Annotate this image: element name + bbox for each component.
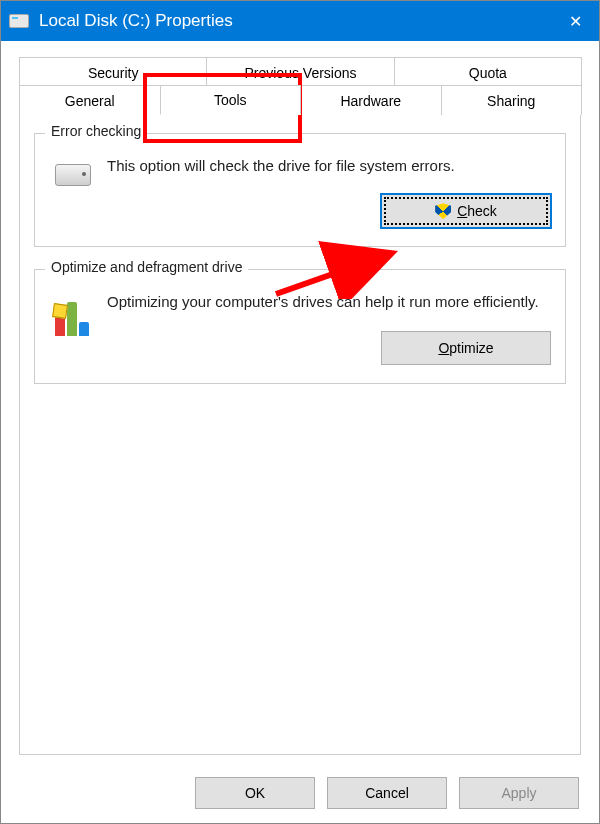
tab-tools[interactable]: Tools: [160, 85, 302, 115]
error-checking-group: Error checking This option will check th…: [34, 133, 566, 247]
optimize-text: Optimizing your computer's drives can he…: [107, 292, 551, 312]
ok-button[interactable]: OK: [195, 777, 315, 809]
optimize-button-label: Optimize: [438, 340, 493, 356]
close-button[interactable]: ✕: [551, 1, 599, 41]
tab-panel: Error checking This option will check th…: [19, 115, 581, 755]
check-button-label: Check: [457, 203, 497, 219]
uac-shield-icon: [435, 203, 451, 219]
error-checking-text: This option will check the drive for fil…: [107, 156, 551, 176]
defrag-icon: [55, 300, 91, 336]
tab-general[interactable]: General: [19, 85, 161, 115]
window-title: Local Disk (C:) Properties: [39, 11, 233, 31]
tab-security[interactable]: Security: [19, 57, 207, 87]
tab-previous-versions[interactable]: Previous Versions: [206, 57, 394, 87]
optimize-group: Optimize and defragment drive Optimizing…: [34, 269, 566, 383]
tab-sharing[interactable]: Sharing: [441, 85, 583, 115]
dialog-footer: OK Cancel Apply: [195, 777, 579, 809]
tab-quota[interactable]: Quota: [394, 57, 582, 87]
check-button[interactable]: Check: [381, 194, 551, 228]
drive-icon: [9, 14, 29, 28]
apply-button[interactable]: Apply: [459, 777, 579, 809]
titlebar: Local Disk (C:) Properties ✕: [1, 1, 599, 41]
hard-drive-icon: [55, 164, 91, 186]
tab-hardware[interactable]: Hardware: [300, 85, 442, 115]
tab-strip: Security Previous Versions Quota General…: [19, 57, 581, 115]
optimize-legend: Optimize and defragment drive: [45, 259, 248, 275]
optimize-button[interactable]: Optimize: [381, 331, 551, 365]
error-checking-legend: Error checking: [45, 123, 147, 139]
cancel-button[interactable]: Cancel: [327, 777, 447, 809]
